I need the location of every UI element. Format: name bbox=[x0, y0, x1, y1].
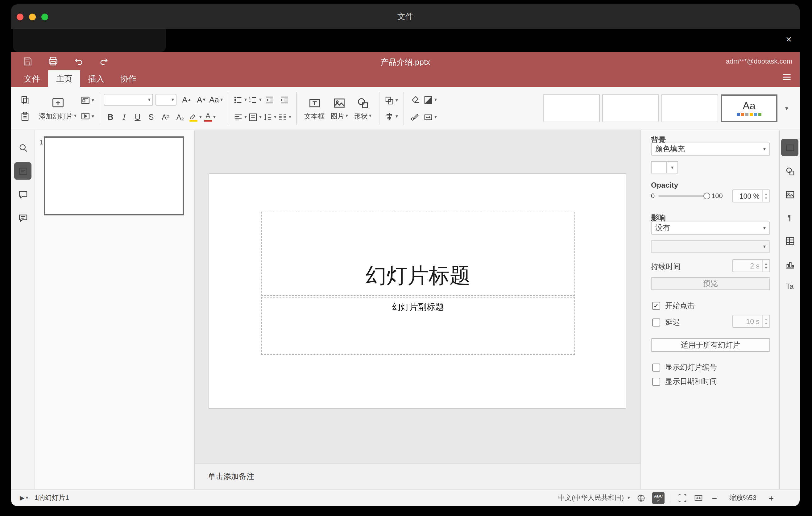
decrease-font-button[interactable]: A▾ bbox=[194, 92, 208, 107]
tab-collaboration[interactable]: 协作 bbox=[112, 70, 144, 87]
theme-gallery-expand-button[interactable]: ▾ bbox=[780, 94, 792, 122]
check-icon: ✓ bbox=[654, 303, 659, 309]
spinner-arrows[interactable]: ▴▾ bbox=[762, 260, 770, 271]
opacity-slider-knob[interactable] bbox=[703, 193, 710, 199]
increase-indent-button[interactable] bbox=[277, 92, 292, 107]
language-button[interactable]: 中文(中华人民共和国) ▾ bbox=[558, 493, 630, 503]
zoom-out-button[interactable]: − bbox=[709, 493, 720, 503]
clear-style-button[interactable] bbox=[408, 92, 423, 107]
palette-swatch bbox=[737, 113, 740, 116]
add-slide-button[interactable]: 添加幻灯片▾ bbox=[36, 90, 80, 126]
preview-button[interactable]: 预览 bbox=[651, 277, 770, 290]
theme-option-1[interactable] bbox=[543, 94, 600, 122]
paste-button[interactable] bbox=[17, 109, 32, 124]
menu-button[interactable] bbox=[781, 71, 792, 83]
show-date-time-checkbox[interactable] bbox=[652, 378, 660, 386]
slide-size-button[interactable]: ▾ bbox=[423, 110, 437, 124]
slides-panel-button[interactable] bbox=[14, 162, 31, 180]
slide-thumbnail-1[interactable] bbox=[44, 136, 184, 216]
line-spacing-button[interactable]: ▾ bbox=[262, 110, 277, 124]
font-size-select[interactable]: ▾ bbox=[155, 94, 176, 106]
theme-option-2[interactable] bbox=[602, 94, 659, 122]
paragraph-settings-button[interactable]: ¶ bbox=[781, 209, 799, 226]
theme-option-selected[interactable]: Aa bbox=[721, 94, 778, 122]
start-slideshow-button[interactable]: ▾ bbox=[80, 109, 94, 124]
insert-textbox-button[interactable]: 文本框 bbox=[301, 90, 328, 126]
columns-button[interactable]: ▾ bbox=[277, 110, 292, 124]
copy-button[interactable] bbox=[17, 93, 32, 108]
spellcheck-button[interactable]: ABC ✓ bbox=[652, 492, 665, 504]
strikethrough-icon: S bbox=[148, 112, 154, 122]
overlay-close-button[interactable]: × bbox=[786, 34, 792, 45]
change-case-button[interactable]: Aa▾ bbox=[208, 92, 223, 107]
fit-slide-button[interactable] bbox=[677, 490, 687, 505]
align-shape-button[interactable]: ▾ bbox=[384, 109, 399, 124]
shape-settings-button[interactable] bbox=[781, 162, 799, 180]
notes-area[interactable]: 单击添加备注 bbox=[195, 463, 640, 489]
chat-panel-button[interactable] bbox=[14, 209, 31, 227]
effect-type-select[interactable]: ▾ bbox=[651, 240, 770, 253]
duration-label: 持续时间 bbox=[651, 262, 680, 272]
theme-option-3[interactable] bbox=[662, 94, 718, 122]
strikethrough-button[interactable]: S bbox=[144, 110, 158, 124]
comments-panel-button[interactable] bbox=[14, 186, 31, 203]
tab-insert[interactable]: 插入 bbox=[80, 70, 112, 87]
increase-font-button[interactable]: A▴ bbox=[179, 92, 194, 107]
image-settings-icon bbox=[785, 189, 795, 200]
chart-settings-button[interactable] bbox=[781, 256, 799, 273]
fit-width-button[interactable] bbox=[694, 490, 703, 505]
font-color-button[interactable]: A ▾ bbox=[202, 110, 217, 124]
background-color-swatch[interactable]: ▾ bbox=[651, 161, 678, 173]
numbering-button[interactable]: ▾ bbox=[248, 92, 262, 107]
background-fill-select[interactable]: 颜色填充 ▾ bbox=[651, 143, 770, 155]
add-slide-icon bbox=[51, 96, 64, 110]
chat-icon bbox=[18, 212, 28, 223]
opacity-value-field[interactable]: 100 % ▴▾ bbox=[732, 190, 770, 202]
underline-button[interactable]: U bbox=[131, 110, 144, 124]
slide-settings-button[interactable] bbox=[781, 139, 799, 156]
delay-checkbox[interactable] bbox=[652, 318, 660, 326]
arrange-shape-button[interactable]: ▾ bbox=[384, 93, 399, 108]
search-panel-button[interactable] bbox=[14, 139, 31, 156]
opacity-slider-track[interactable] bbox=[658, 195, 710, 197]
notes-placeholder: 单击添加备注 bbox=[208, 471, 254, 482]
title-placeholder[interactable]: 幻灯片标题 bbox=[261, 212, 575, 296]
change-layout-button[interactable]: ▾ bbox=[80, 93, 94, 108]
set-language-button[interactable] bbox=[636, 490, 646, 505]
superscript-button[interactable]: A² bbox=[158, 110, 173, 124]
copy-style-button[interactable] bbox=[408, 110, 423, 124]
zoom-in-button[interactable]: + bbox=[766, 493, 776, 503]
bullets-button[interactable]: ▾ bbox=[233, 92, 248, 107]
spinner-arrows[interactable]: ▴▾ bbox=[762, 190, 770, 202]
table-settings-button[interactable] bbox=[781, 232, 799, 249]
font-name-select[interactable]: ▾ bbox=[104, 94, 153, 106]
subscript-button[interactable]: A₂ bbox=[173, 110, 187, 124]
indent-icon bbox=[280, 95, 289, 105]
highlight-color-button[interactable]: ▾ bbox=[187, 110, 202, 124]
slide-layout-icon bbox=[80, 95, 90, 106]
insert-shape-button[interactable]: 形状▾ bbox=[351, 90, 375, 126]
tab-file[interactable]: 文件 bbox=[16, 70, 48, 87]
horizontal-align-button[interactable]: ▾ bbox=[233, 110, 248, 124]
decrease-indent-button[interactable] bbox=[262, 92, 277, 107]
show-slide-number-checkbox[interactable] bbox=[652, 364, 660, 372]
subtitle-placeholder[interactable]: 幻灯片副标题 bbox=[261, 297, 575, 355]
fill-color-button[interactable]: ▾ bbox=[423, 92, 437, 107]
bold-button[interactable]: B bbox=[104, 110, 117, 124]
apply-to-all-slides-button[interactable]: 适用于所有幻灯片 bbox=[651, 338, 770, 352]
start-slideshow-status-button[interactable]: ▶ ▾ bbox=[20, 490, 28, 505]
italic-button[interactable]: I bbox=[117, 110, 131, 124]
textart-settings-button[interactable]: Ta bbox=[781, 278, 799, 295]
delay-field[interactable]: 10 s ▴▾ bbox=[732, 315, 770, 328]
duration-field[interactable]: 2 s ▴▾ bbox=[732, 259, 770, 272]
tab-home[interactable]: 主页 bbox=[48, 70, 80, 87]
image-settings-button[interactable] bbox=[781, 186, 799, 203]
effect-select[interactable]: 没有 ▾ bbox=[651, 222, 770, 234]
spinner-arrows[interactable]: ▴▾ bbox=[762, 315, 770, 327]
insert-image-button[interactable]: 图片▾ bbox=[328, 90, 351, 126]
vertical-align-button[interactable]: ▾ bbox=[248, 110, 262, 124]
current-slide[interactable]: 幻灯片标题 幻灯片副标题 bbox=[208, 173, 626, 409]
mac-titlebar: 文件 bbox=[11, 4, 800, 29]
opacity-label: Opacity bbox=[651, 181, 678, 190]
start-on-click-checkbox[interactable]: ✓ bbox=[652, 302, 660, 310]
